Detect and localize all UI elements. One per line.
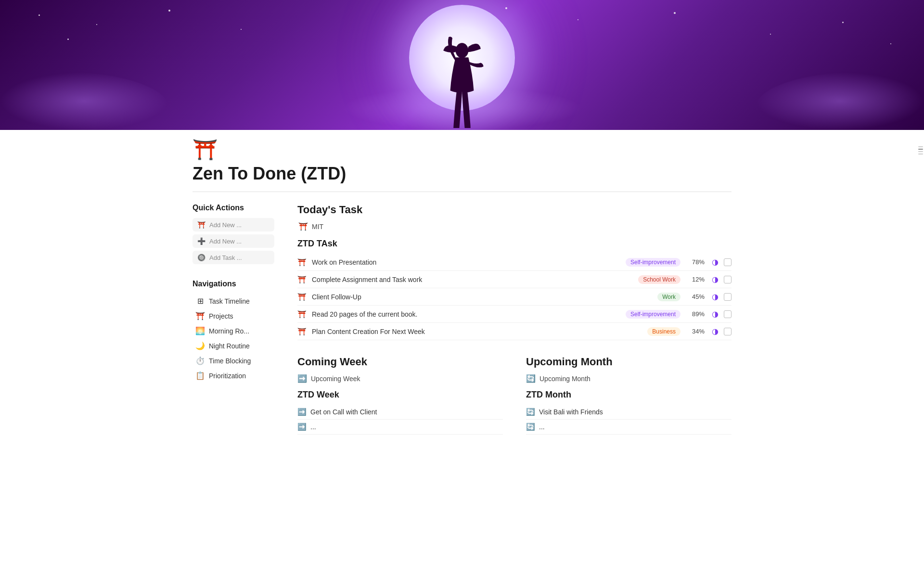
list-item: 🔄 ... bbox=[526, 420, 732, 435]
task-pct-1: 12% bbox=[687, 276, 705, 283]
table-row: ⛩️ Client Follow-Up Work 45% ◑ bbox=[297, 288, 732, 306]
add-new-button-2[interactable]: ➕ Add New ... bbox=[192, 234, 274, 248]
projects-label: Projects bbox=[209, 312, 233, 320]
hero-cloud-right bbox=[756, 72, 924, 130]
hero-banner bbox=[0, 0, 924, 130]
scrollbar-line-2 bbox=[918, 149, 923, 150]
task-name-1: Complete Assignment and Task work bbox=[312, 276, 634, 283]
task-timeline-label: Task Timeline bbox=[209, 297, 250, 305]
task-badge-3[interactable]: Self-improvement bbox=[626, 310, 680, 319]
list-item: ➡️ Get on Call with Client bbox=[297, 405, 503, 420]
coming-week-section: Coming Week ➡️ Upcoming Week ZTD Week ➡️… bbox=[297, 356, 503, 435]
time-blocking-label: Time Blocking bbox=[209, 357, 251, 365]
task-checkbox-0[interactable] bbox=[724, 258, 732, 266]
task-name-2: Client Follow-Up bbox=[312, 293, 654, 301]
sidebar-item-night-routine[interactable]: 🌙 Night Routine bbox=[192, 339, 274, 353]
table-row: ⛩️ Work on Presentation Self-improvement… bbox=[297, 254, 732, 271]
prioritization-label: Prioritization bbox=[209, 372, 246, 380]
table-row: ⛩️ Read 20 pages of the current book. Se… bbox=[297, 306, 732, 323]
scrollbar-line-3 bbox=[918, 151, 923, 152]
task-pct-2: 45% bbox=[687, 293, 705, 300]
coming-week-upcoming-row: ➡️ Upcoming Week bbox=[297, 374, 503, 383]
todays-task-section: Today's Task ⛩️ MIT ZTD TAsk ⛩️ Work on … bbox=[297, 204, 732, 340]
task-icon-1: ⛩️ bbox=[297, 275, 308, 284]
morning-routine-icon: 🌅 bbox=[195, 326, 205, 335]
task-list: ⛩️ Work on Presentation Self-improvement… bbox=[297, 254, 732, 340]
task-name-3: Read 20 pages of the current book. bbox=[312, 310, 622, 318]
add-task-icon: 🔘 bbox=[197, 254, 205, 261]
mit-icon: ⛩️ bbox=[298, 222, 308, 231]
task-progress-icon-0: ◑ bbox=[710, 257, 720, 267]
add-new-icon-2: ➕ bbox=[197, 237, 205, 245]
projects-icon: ⛩️ bbox=[195, 311, 205, 321]
scrollbar[interactable] bbox=[917, 144, 924, 156]
task-checkbox-2[interactable] bbox=[724, 293, 732, 301]
todays-task-title: Today's Task bbox=[297, 204, 732, 216]
table-row: ⛩️ Complete Assignment and Task work Sch… bbox=[297, 271, 732, 288]
time-blocking-icon: ⏱️ bbox=[195, 356, 205, 365]
task-pct-3: 89% bbox=[687, 310, 705, 318]
mit-label: MIT bbox=[312, 223, 323, 231]
svg-point-0 bbox=[456, 43, 469, 58]
add-task-label: Add Task ... bbox=[209, 254, 242, 261]
sidebar-item-task-timeline[interactable]: ⊞ Task Timeline bbox=[192, 294, 274, 308]
app-icon: ⛩️ bbox=[192, 140, 218, 160]
task-name-0: Work on Presentation bbox=[312, 258, 622, 266]
task-progress-icon-1: ◑ bbox=[710, 275, 720, 284]
ztd-week-title: ZTD Week bbox=[297, 390, 503, 400]
sidebar-item-morning-routine[interactable]: 🌅 Morning Ro... bbox=[192, 324, 274, 338]
list-item: ➡️ ... bbox=[297, 420, 503, 435]
app-icon-row: ⛩️ bbox=[149, 130, 775, 160]
nav-section: Navigations ⊞ Task Timeline ⛩️ Projects … bbox=[192, 280, 274, 383]
month-item-label-1: ... bbox=[539, 423, 545, 431]
add-new-button-1[interactable]: ⛩️ Add New ... bbox=[192, 218, 274, 231]
table-row: ⛩️ Plan Content Creation For Next Week B… bbox=[297, 323, 732, 340]
week-item-icon-0: ➡️ bbox=[297, 408, 307, 416]
coming-week-title: Coming Week bbox=[297, 356, 503, 368]
month-item-label-0: Visit Bali with Friends bbox=[539, 408, 603, 416]
night-routine-icon: 🌙 bbox=[195, 341, 205, 350]
task-checkbox-1[interactable] bbox=[724, 276, 732, 283]
add-task-button[interactable]: 🔘 Add Task ... bbox=[192, 251, 274, 264]
task-icon-3: ⛩️ bbox=[297, 310, 308, 319]
week-item-label-0: Get on Call with Client bbox=[310, 408, 377, 416]
scrollbar-line-1 bbox=[918, 146, 923, 147]
mit-row: ⛩️ MIT bbox=[297, 222, 732, 231]
night-routine-label: Night Routine bbox=[209, 342, 250, 350]
week-month-grid: Coming Week ➡️ Upcoming Week ZTD Week ➡️… bbox=[297, 356, 732, 435]
ztd-task-title: ZTD TAsk bbox=[297, 239, 732, 249]
sidebar-item-time-blocking[interactable]: ⏱️ Time Blocking bbox=[192, 354, 274, 368]
sidebar-item-projects[interactable]: ⛩️ Projects bbox=[192, 309, 274, 323]
ztd-month-title: ZTD Month bbox=[526, 390, 732, 400]
list-item: 🔄 Visit Bali with Friends bbox=[526, 405, 732, 420]
task-icon-0: ⛩️ bbox=[297, 258, 308, 267]
task-badge-0[interactable]: Self-improvement bbox=[626, 258, 680, 267]
task-progress-icon-4: ◑ bbox=[710, 327, 720, 336]
upcoming-month-upcoming-label: Upcoming Month bbox=[539, 375, 590, 383]
task-badge-4[interactable]: Business bbox=[647, 327, 680, 336]
scrollbar-line-4 bbox=[918, 154, 923, 154]
coming-week-upcoming-icon: ➡️ bbox=[297, 374, 307, 383]
content-area: Today's Task ⛩️ MIT ZTD TAsk ⛩️ Work on … bbox=[297, 204, 732, 435]
task-badge-1[interactable]: School Work bbox=[638, 275, 680, 284]
page-divider bbox=[192, 192, 732, 192]
morning-routine-label: Morning Ro... bbox=[209, 327, 249, 335]
quick-actions-title: Quick Actions bbox=[192, 204, 274, 212]
task-checkbox-4[interactable] bbox=[724, 328, 732, 335]
task-progress-icon-2: ◑ bbox=[710, 292, 720, 301]
task-badge-2[interactable]: Work bbox=[657, 293, 680, 301]
upcoming-month-upcoming-icon: 🔄 bbox=[526, 374, 536, 383]
nav-title: Navigations bbox=[192, 280, 274, 288]
add-new-label-2: Add New ... bbox=[209, 238, 242, 245]
task-pct-4: 34% bbox=[687, 328, 705, 335]
page-title-row: Zen To Done (ZTD) bbox=[149, 160, 775, 192]
upcoming-month-upcoming-row: 🔄 Upcoming Month bbox=[526, 374, 732, 383]
week-item-icon-1: ➡️ bbox=[297, 423, 307, 431]
hero-figure bbox=[433, 32, 491, 130]
task-checkbox-3[interactable] bbox=[724, 310, 732, 318]
task-name-4: Plan Content Creation For Next Week bbox=[312, 328, 643, 335]
add-new-label-1: Add New ... bbox=[209, 221, 242, 229]
upcoming-month-title: Upcoming Month bbox=[526, 356, 732, 368]
main-layout: Quick Actions ⛩️ Add New ... ➕ Add New .… bbox=[149, 204, 775, 435]
sidebar-item-prioritization[interactable]: 📋 Prioritization bbox=[192, 369, 274, 383]
